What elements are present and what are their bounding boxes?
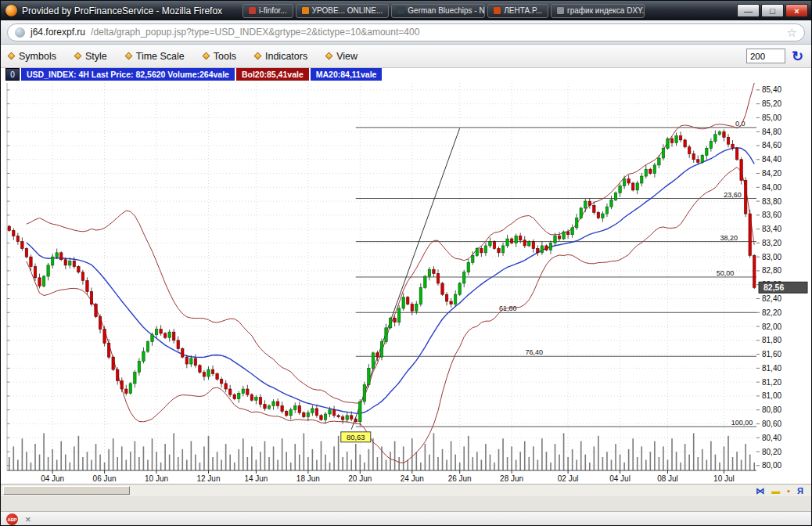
svg-text:10 Jul: 10 Jul [713,474,735,483]
svg-text:50,00: 50,00 [717,269,735,277]
menu-item-indicators[interactable]: Indicators [255,51,307,62]
menu-item-tools[interactable]: Tools [203,51,236,62]
svg-text:83,20: 83,20 [762,239,781,247]
svg-text:80,80: 80,80 [762,405,781,414]
tab-favicon [302,7,309,14]
svg-text:84,60: 84,60 [762,141,781,150]
hscrollbar-thumb[interactable] [3,486,130,495]
svg-text:82,20: 82,20 [762,308,781,317]
menu-bullet-icon [202,52,210,60]
titlebar-tab[interactable]: ЛЕНТА.Р... [487,4,548,18]
tab-label: ЛЕНТА.Р... [504,6,542,15]
svg-text:83,00: 83,00 [762,253,781,261]
svg-text:24 Jun: 24 Jun [401,474,424,483]
addon-bar: ABP × [1,511,811,526]
symbol-info: USD_INDEX: 4H Last Price: 82,5620 Volume… [21,68,235,81]
svg-text:80,20: 80,20 [762,448,781,456]
url-domain: j64.forexpf.ru [31,27,85,38]
menu-item-symbols[interactable]: Symbols [9,51,56,62]
menu-bullet-icon [8,52,16,60]
menu-item-label: View [336,51,357,62]
svg-text:84,00: 84,00 [762,183,781,192]
addon-bar-close-button[interactable]: × [25,514,31,524]
svg-text:83,40: 83,40 [762,225,781,233]
svg-text:81,60: 81,60 [762,350,781,358]
svg-text:81,20: 81,20 [762,378,781,387]
ma-info: MA20:84,11vale [311,68,383,81]
svg-text:28 Jun: 28 Jun [500,474,523,483]
svg-text:85,20: 85,20 [762,99,781,108]
url-path: /delta/graph_popup.jsp?type=USD_INDEX&gr… [91,27,781,38]
titlebar: Provided by ProFinanceService - Mozilla … [1,1,811,20]
line-icon[interactable]: ▬ [771,487,780,495]
maximize-button[interactable]: □ [761,4,784,17]
titlebar-tab[interactable]: УРОВЕ... ONLINE... [296,4,390,18]
svg-text:06 Jun: 06 Jun [93,474,117,483]
svg-text:61,80: 61,80 [499,304,517,312]
chart-toolbar: ⋈▬▪Я [756,485,803,497]
bollinger-info: Bol20:85,41vale [236,68,309,81]
svg-text:83,80: 83,80 [762,197,781,206]
titlebar-tab[interactable]: i-finfor... [243,4,293,18]
browser-window: Provided by ProFinanceService - Mozilla … [0,0,812,526]
menu-bullet-icon [124,52,132,60]
abp-icon[interactable]: ABP [6,513,18,525]
chart-index-button[interactable]: 0 [5,68,20,81]
window-controls: — □ × [737,4,808,17]
svg-text:100,00: 100,00 [731,419,753,427]
menu-item-label: Style [85,51,107,62]
close-button[interactable]: × [785,4,808,17]
site-identity-icon[interactable] [15,27,25,38]
svg-text:80,40: 80,40 [762,434,781,442]
menu-item-label: Indicators [265,51,307,62]
svg-text:85,00: 85,00 [762,113,781,122]
svg-text:81,80: 81,80 [762,336,781,344]
menu-item-style[interactable]: Style [75,51,107,62]
svg-text:76,40: 76,40 [525,348,543,356]
svg-text:82,80: 82,80 [762,266,781,275]
menu-item-time-scale[interactable]: Time Scale [126,51,185,62]
window-title: Provided by ProFinanceService - Mozilla … [22,5,222,16]
chart-info-bar: 0 USD_INDEX: 4H Last Price: 82,5620 Volu… [1,68,811,81]
titlebar-tab[interactable]: график индекса DXY... [551,4,645,18]
svg-text:84,80: 84,80 [762,128,781,136]
candlestick-chart-canvas[interactable]: 85,4085,2085,0084,8084,6084,4084,2084,00… [1,81,811,484]
refresh-icon[interactable]: ↻ [792,49,803,63]
amount-input[interactable] [746,49,785,63]
titlebar-tab[interactable]: German Bluechips - N... [391,4,485,18]
svg-text:38,20: 38,20 [720,234,738,242]
letter-ya-icon[interactable]: Я [797,487,803,495]
tab-favicon [397,7,404,14]
svg-text:04 Jul: 04 Jul [609,474,631,483]
svg-text:08 Jul: 08 Jul [657,474,678,483]
tab-favicon [557,7,564,14]
tab-favicon [249,7,256,14]
bookmark-star-icon[interactable]: ☆ [787,27,797,38]
menu-items: SymbolsStyleTime ScaleToolsIndicatorsVie… [9,51,357,62]
menu-item-label: Time Scale [136,51,185,62]
titlebar-tabs: i-finfor...УРОВЕ... ONLINE...German Blue… [243,4,731,18]
svg-text:82,40: 82,40 [762,294,781,303]
chart-hscrollbar[interactable]: ⋈▬▪Я [1,484,811,496]
box-icon[interactable]: ▪ [787,487,790,495]
content-gap [1,496,811,511]
svg-text:80,63: 80,63 [347,433,365,441]
svg-text:14 Jun: 14 Jun [244,474,268,483]
menu-bullet-icon [325,52,333,60]
menu-item-label: Symbols [19,51,56,62]
tab-favicon [494,7,501,14]
svg-text:10 Jun: 10 Jun [145,474,168,483]
svg-text:80,60: 80,60 [762,420,781,428]
chart-menu-bar: SymbolsStyleTime ScaleToolsIndicatorsVie… [1,45,811,68]
chart-panel: 85,4085,2085,0084,8084,6084,4084,2084,00… [1,81,811,484]
fit-icon[interactable]: ⋈ [756,487,764,495]
tab-label: УРОВЕ... ONLINE... [312,6,383,15]
menu-item-view[interactable]: View [326,51,357,62]
svg-text:82,00: 82,00 [762,322,781,331]
svg-text:04 Jun: 04 Jun [41,474,64,483]
minimize-button[interactable]: — [737,4,760,17]
svg-text:84,20: 84,20 [762,169,781,178]
url-input[interactable]: j64.forexpf.ru /delta/graph_popup.jsp?ty… [7,23,805,41]
svg-text:81,40: 81,40 [762,364,781,373]
svg-text:02 Jul: 02 Jul [558,474,579,483]
